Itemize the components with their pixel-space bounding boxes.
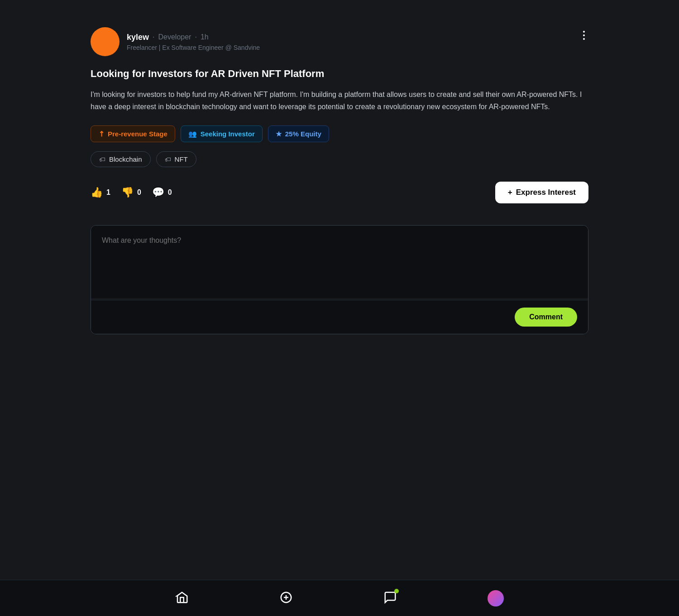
express-interest-button[interactable]: + Express Interest — [495, 182, 588, 203]
notification-dot — [394, 589, 399, 593]
plus-circle-icon — [279, 591, 293, 606]
comment-footer: Comment — [91, 300, 588, 334]
nav-profile-button[interactable] — [488, 590, 504, 606]
thumbs-up-icon: 👍 — [91, 187, 103, 198]
thumbs-down-icon: 👎 — [121, 187, 134, 198]
author-role: Developer — [158, 33, 191, 41]
tag-blockchain-label: Blockchain — [109, 155, 142, 163]
dot-2 — [583, 34, 585, 36]
tag-equity-label: 25% Equity — [285, 130, 321, 138]
tag-pre-revenue[interactable]: ↗ Pre-revenue Stage — [91, 125, 175, 142]
dot-1 — [583, 31, 585, 33]
star-icon: ★ — [276, 130, 282, 138]
avatar — [91, 27, 120, 56]
author-subtitle: Freelancer | Ex Software Engineer @ Sand… — [127, 44, 260, 51]
tag-blockchain-icon: 🏷 — [99, 156, 105, 163]
tag-pre-revenue-label: Pre-revenue Stage — [108, 130, 167, 138]
post-header: kylew · Developer · 1h Freelancer | Ex S… — [91, 27, 588, 56]
tag-seeking-investor-label: Seeking Investor — [201, 130, 255, 138]
home-icon — [175, 591, 189, 606]
author-name: kylew — [127, 33, 149, 42]
post-header-left: kylew · Developer · 1h Freelancer | Ex S… — [91, 27, 260, 56]
post-time: 1h — [201, 33, 209, 41]
tag-nft[interactable]: 🏷 NFT — [156, 151, 196, 167]
people-icon: 👥 — [188, 130, 197, 138]
post-card: kylew · Developer · 1h Freelancer | Ex S… — [91, 27, 588, 334]
bottom-navigation — [0, 580, 679, 616]
tag-nft-label: NFT — [175, 155, 188, 163]
comment-bubble-icon: 💬 — [152, 187, 164, 198]
comment-section: Comment — [91, 225, 588, 334]
more-options-button[interactable] — [579, 29, 588, 42]
dot-separator-2: · — [195, 33, 196, 41]
dot-separator: · — [153, 33, 154, 41]
author-top: kylew · Developer · 1h — [127, 33, 260, 42]
post-title: Looking for Investors for AR Driven NFT … — [91, 67, 588, 81]
tag-nft-icon: 🏷 — [165, 156, 171, 163]
tag-blockchain[interactable]: 🏷 Blockchain — [91, 151, 151, 167]
plus-icon: + — [508, 188, 512, 197]
comment-submit-button[interactable]: Comment — [515, 308, 577, 327]
comment-count-button[interactable]: 💬 0 — [152, 187, 172, 198]
express-interest-label: Express Interest — [516, 188, 576, 197]
tag-seeking-investor[interactable]: 👥 Seeking Investor — [181, 125, 263, 142]
downvote-button[interactable]: 👎 0 — [121, 187, 141, 198]
profile-avatar-nav — [488, 590, 504, 606]
tag-equity[interactable]: ★ 25% Equity — [268, 125, 329, 142]
upvote-button[interactable]: 👍 1 — [91, 187, 110, 198]
nav-add-button[interactable] — [279, 591, 293, 606]
post-body: I'm looking for investors to help fund m… — [91, 88, 588, 113]
downvote-count: 0 — [137, 188, 141, 197]
arrow-icon: ↗ — [96, 129, 106, 139]
nav-messages-button[interactable] — [383, 591, 397, 606]
nav-home-button[interactable] — [175, 591, 189, 606]
category-tags: 🏷 Blockchain 🏷 NFT — [91, 151, 588, 167]
status-tags: ↗ Pre-revenue Stage 👥 Seeking Investor ★… — [91, 125, 588, 142]
comment-count: 0 — [168, 188, 172, 197]
dot-3 — [583, 38, 585, 40]
post-actions: 👍 1 👎 0 💬 0 + Express Interest — [91, 182, 588, 203]
comment-textarea[interactable] — [91, 226, 588, 298]
author-info: kylew · Developer · 1h Freelancer | Ex S… — [127, 33, 260, 51]
vote-actions: 👍 1 👎 0 💬 0 — [91, 187, 172, 198]
upvote-count: 1 — [106, 188, 110, 197]
